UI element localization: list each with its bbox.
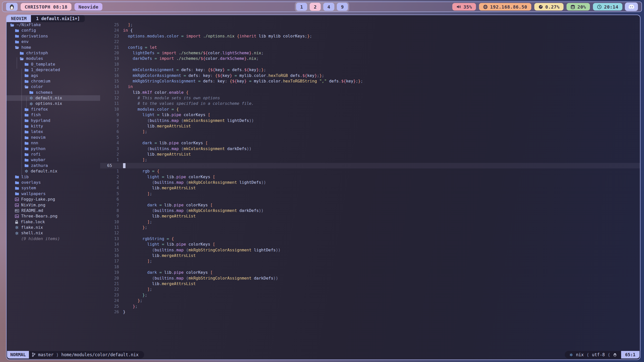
tree-item-flake.nix[interactable]: flake.nix bbox=[7, 225, 100, 230]
tree-item-config[interactable]: config bbox=[7, 28, 100, 33]
code-line[interactable]: 17 mkColorAssignment = defs: key: {${key… bbox=[100, 67, 640, 73]
code-line[interactable]: 25 }; bbox=[100, 304, 640, 309]
code-line[interactable]: 9 lib.mergeAttrsList bbox=[100, 213, 640, 219]
code-line[interactable]: 12 bbox=[100, 230, 640, 236]
code-line[interactable]: 2 lib.mergeAttrsList bbox=[100, 152, 640, 157]
tree-item-modules[interactable]: modules bbox=[7, 56, 100, 61]
code-line[interactable]: 4 lib.mergeAttrsList bbox=[100, 185, 640, 191]
code-line[interactable]: 9 light = lib.pipe colorKeys [ bbox=[100, 112, 640, 118]
tree-item-schemes[interactable]: schemes bbox=[7, 90, 100, 95]
tree-item-shell.nix[interactable]: shell.nix bbox=[7, 230, 100, 236]
code-line[interactable]: 13 lib.mkIf color.enable { bbox=[100, 90, 640, 95]
tree-item-options.nix[interactable]: options.nix bbox=[7, 101, 100, 106]
code-line[interactable]: 16 lib.mergeAttrsList bbox=[100, 253, 640, 258]
tree-item-flake.lock[interactable]: flake.lock bbox=[7, 219, 100, 225]
tree-item-kitty[interactable]: kitty bbox=[7, 123, 100, 129]
tree-item-default.nix[interactable]: default.nix bbox=[7, 95, 100, 101]
clock-stat-pill[interactable]: 20:14 bbox=[593, 3, 622, 11]
code-line[interactable]: 13 rgbString = { bbox=[100, 236, 640, 242]
code-line[interactable]: 23 options.modules.color = import ./opti… bbox=[100, 33, 640, 39]
code-line[interactable]: 14 in bbox=[100, 84, 640, 89]
code-line[interactable]: 6 ]; bbox=[100, 129, 640, 134]
code-line[interactable]: 65 bbox=[100, 163, 640, 168]
tree-item-fish[interactable]: fish bbox=[7, 112, 100, 118]
code-line[interactable]: 22 ]; bbox=[100, 287, 640, 292]
workspace-button-4[interactable]: 4 bbox=[323, 3, 334, 11]
tree-item-python[interactable]: python bbox=[7, 146, 100, 152]
code-line[interactable]: 19 dark = lib.pipe colorKeys [ bbox=[100, 270, 640, 275]
code-line[interactable]: 23 }; bbox=[100, 292, 640, 298]
code-line[interactable]: 8 (builtins.map (mkColorAssignment light… bbox=[100, 118, 640, 123]
code-line[interactable]: 24in { bbox=[100, 28, 640, 33]
globe-stat-pill[interactable]: 192.168.86.50 bbox=[479, 3, 531, 11]
tree-item-waybar[interactable]: waybar bbox=[7, 157, 100, 163]
code-line[interactable]: 12 # This module sets its own options bbox=[100, 95, 640, 101]
workspace-button-9[interactable]: 9 bbox=[337, 3, 348, 11]
tree-item-chromium[interactable]: chromium bbox=[7, 78, 100, 84]
code-line[interactable]: 5 ]; bbox=[100, 191, 640, 197]
gauge-stat-pill[interactable]: 0.27% bbox=[534, 3, 564, 11]
tree-item-overlays[interactable]: overlays bbox=[7, 180, 100, 185]
code-line[interactable]: 26} bbox=[100, 309, 640, 315]
code-line[interactable]: 10 ]; bbox=[100, 219, 640, 225]
code-line[interactable]: 1 ]; bbox=[100, 157, 640, 163]
tree-item-zathura[interactable]: zathura bbox=[7, 163, 100, 168]
tree-item-foggy-lake.png[interactable]: Foggy-Lake.png bbox=[7, 197, 100, 202]
code-line[interactable]: 11 # to the values specified in a colors… bbox=[100, 101, 640, 106]
tree-item-default.nix[interactable]: default.nix bbox=[7, 168, 100, 174]
code-line[interactable]: 3 (builtins.map (mkColorAssignment darkD… bbox=[100, 146, 640, 152]
tree-item-nnn[interactable]: nnn bbox=[7, 140, 100, 146]
code-line[interactable]: 11 }; bbox=[100, 225, 640, 230]
tree-item-hyprland[interactable]: hyprland bbox=[7, 118, 100, 123]
tree-item-neovim[interactable]: neovim bbox=[7, 135, 100, 140]
code-line[interactable]: 18 bbox=[100, 62, 640, 67]
launcher-button[interactable] bbox=[6, 3, 18, 11]
code-line[interactable]: 21 config = let bbox=[100, 45, 640, 50]
code-line[interactable]: 25 ]; bbox=[100, 22, 640, 28]
code-line[interactable]: 7 dark = lib.pipe colorKeys [ bbox=[100, 202, 640, 208]
workspace-button-2[interactable]: 2 bbox=[310, 3, 321, 11]
code-line[interactable]: 4 dark = lib.pipe colorKeys [ bbox=[100, 140, 640, 146]
tree-item-system[interactable]: system bbox=[7, 185, 100, 191]
code-line[interactable]: 21 lib.mergeAttrsList bbox=[100, 281, 640, 287]
code-line[interactable]: 3 (builtins.map (mkRgbColorAssignment li… bbox=[100, 180, 640, 185]
code-line[interactable]: 7 lib.mergeAttrsList bbox=[100, 123, 640, 129]
tree-item-lib[interactable]: lib bbox=[7, 174, 100, 180]
code-line[interactable]: 2 light = lib.pipe colorKeys [ bbox=[100, 174, 640, 180]
code-line[interactable]: 17 ]; bbox=[100, 258, 640, 264]
code-line[interactable]: 1 rgb = { bbox=[100, 168, 640, 174]
code-line[interactable]: 20 (builtins.map (mkRgbStringColorAssign… bbox=[100, 276, 640, 281]
tree-item-rofi[interactable]: rofi bbox=[7, 152, 100, 157]
code-line[interactable]: 18 bbox=[100, 264, 640, 270]
code-line[interactable]: 14 light = lib.pipe colorKeys [ bbox=[100, 242, 640, 247]
tree-item-nixvim.png[interactable]: NixVim.png bbox=[7, 202, 100, 208]
code-editor[interactable]: 25 ];24in {23 options.modules.color = im… bbox=[100, 22, 640, 349]
code-line[interactable]: 15 mkRgbStringColorAssignment = defs: ke… bbox=[100, 78, 640, 84]
code-line[interactable]: 16 mkRgbColorAssignment = defs: key: {${… bbox=[100, 73, 640, 78]
tree-item-wallpapers[interactable]: wallpapers bbox=[7, 191, 100, 197]
tree-item-0-template[interactable]: 0_template bbox=[7, 62, 100, 67]
code-line[interactable]: 8 (builtins.map (mkRgbColorAssignment da… bbox=[100, 208, 640, 213]
code-line[interactable]: 6 bbox=[100, 197, 640, 202]
tree-item-1-deprecated[interactable]: 1_deprecated bbox=[7, 67, 100, 73]
code-line[interactable]: 5 bbox=[100, 135, 640, 140]
volume-stat-pill[interactable]: 35% bbox=[452, 3, 476, 11]
tree-item--9-hidden-items-[interactable]: (9 hidden items) bbox=[7, 236, 100, 242]
code-line[interactable]: 10 modules.color = { bbox=[100, 107, 640, 112]
tree-item-firefox[interactable]: firefox bbox=[7, 107, 100, 112]
code-line[interactable]: 24 }; bbox=[100, 298, 640, 303]
tree-item-color[interactable]: color bbox=[7, 84, 100, 89]
tab-default-nix[interactable]: 1 default.nix[1+] bbox=[31, 15, 85, 22]
tree-item-christoph[interactable]: christoph bbox=[7, 50, 100, 56]
database-stat-pill[interactable]: 20% bbox=[567, 3, 590, 11]
tree-item-latex[interactable]: latex bbox=[7, 129, 100, 134]
discord-tray-button[interactable] bbox=[625, 3, 638, 11]
tree-item-readme.md[interactable]: README.md bbox=[7, 208, 100, 213]
code-line[interactable]: 22 bbox=[100, 39, 640, 44]
tree-item-three-bears.png[interactable]: Three-Bears.png bbox=[7, 213, 100, 219]
tree-item-ags[interactable]: ags bbox=[7, 73, 100, 78]
tree-item-env[interactable]: env bbox=[7, 39, 100, 44]
tree-item-derivations[interactable]: derivations bbox=[7, 33, 100, 39]
workspace-button-1[interactable]: 1 bbox=[296, 3, 307, 11]
code-line[interactable]: 15 (builtins.map (mkRgbStringColorAssign… bbox=[100, 247, 640, 253]
